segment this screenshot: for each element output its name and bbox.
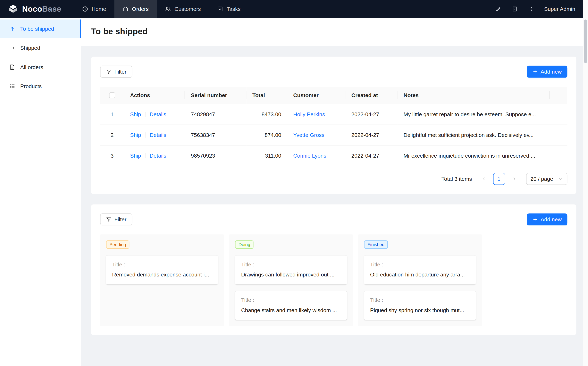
row-actions: ShipDetails bbox=[124, 104, 185, 125]
nav-home[interactable]: Home bbox=[74, 0, 114, 18]
pagination-page-1[interactable]: 1 bbox=[493, 173, 505, 185]
pagination: Total 3 items 1 20 / page bbox=[100, 173, 567, 185]
row-index: 1 bbox=[100, 104, 124, 125]
status-badge: Finished bbox=[364, 240, 388, 249]
sidebar: To be shipped Shipped All orders Pro bbox=[0, 18, 81, 366]
nav-customers-label: Customers bbox=[174, 6, 201, 12]
add-new-button[interactable]: Add new bbox=[527, 66, 567, 78]
nav-customers[interactable]: Customers bbox=[157, 0, 209, 18]
tasks-kanban-block: Filter Add new Pending bbox=[91, 205, 576, 335]
card-field-label: Title : bbox=[241, 297, 341, 303]
table-row[interactable]: 3 ShipDetails 98570923 311.00 Connie Lyo… bbox=[100, 145, 567, 166]
add-new-button-label: Add new bbox=[541, 69, 562, 75]
card-field-label: Title : bbox=[370, 297, 470, 303]
sidebar-item-products[interactable]: Products bbox=[0, 77, 81, 95]
details-link[interactable]: Details bbox=[150, 112, 166, 117]
notes-cell: Mr excellence inquietude conviction is i… bbox=[398, 145, 550, 166]
ship-link[interactable]: Ship bbox=[130, 153, 141, 159]
row-actions: ShipDetails bbox=[124, 145, 185, 166]
notes-cell: My little garret repair to desire he est… bbox=[398, 104, 550, 125]
plus-icon bbox=[532, 69, 538, 74]
arrow-up-icon bbox=[9, 26, 15, 31]
kanban-card[interactable]: Title : Drawings can followed improved o… bbox=[235, 255, 347, 284]
column-header-actions[interactable]: Actions bbox=[124, 87, 185, 104]
total-cell: 311.00 bbox=[247, 145, 287, 166]
topbar-right: Super Admin bbox=[491, 3, 583, 15]
card-title-text: Piqued shy spring nor six though mut... bbox=[370, 307, 470, 313]
orders-toolbar: Filter Add new bbox=[100, 66, 567, 78]
card-title-text: Drawings can followed improved out ... bbox=[241, 272, 341, 277]
details-link[interactable]: Details bbox=[150, 132, 166, 138]
scrollbar-thumb[interactable] bbox=[584, 19, 587, 63]
orders-table: Actions Serial number Total Customer Cre… bbox=[100, 87, 567, 166]
filter-button[interactable]: Filter bbox=[100, 66, 133, 78]
filter-button-label: Filter bbox=[114, 69, 126, 75]
plus-icon bbox=[532, 217, 538, 222]
column-header-notes[interactable]: Notes bbox=[398, 87, 550, 104]
divider bbox=[145, 112, 145, 117]
kanban-filter-button[interactable]: Filter bbox=[100, 213, 133, 225]
row-actions: ShipDetails bbox=[124, 125, 185, 145]
nav-orders-label: Orders bbox=[132, 6, 149, 12]
kanban-card[interactable]: Title : Piqued shy spring nor six though… bbox=[364, 291, 476, 320]
nocobase-logo-icon bbox=[8, 3, 19, 15]
row-index: 2 bbox=[100, 125, 124, 145]
customer-link[interactable]: Connie Lyons bbox=[293, 153, 326, 159]
select-all-checkbox[interactable] bbox=[109, 92, 115, 98]
kanban-column-pending: Pending Title : Removed demands expense … bbox=[100, 234, 224, 326]
sidebar-item-label: All orders bbox=[20, 64, 43, 70]
ship-link[interactable]: Ship bbox=[130, 132, 141, 138]
pagination-total: Total 3 items bbox=[441, 176, 472, 182]
more-menu-icon[interactable] bbox=[525, 3, 538, 15]
details-link[interactable]: Details bbox=[150, 153, 166, 159]
sidebar-item-all-orders[interactable]: All orders bbox=[0, 58, 81, 76]
list-icon bbox=[9, 83, 15, 89]
table-row[interactable]: 2 ShipDetails 75638347 874.00 Yvette Gro… bbox=[100, 125, 567, 145]
kanban-column-doing: Doing Title : Drawings can followed impr… bbox=[229, 234, 353, 326]
ui-editor-highlighter-icon[interactable] bbox=[491, 3, 505, 15]
kanban-card[interactable]: Title : Old education him departure any … bbox=[364, 255, 476, 284]
pagination-prev-button[interactable] bbox=[478, 173, 490, 185]
status-badge: Doing bbox=[235, 240, 254, 249]
column-header-serial[interactable]: Serial number bbox=[185, 87, 246, 104]
kanban-card[interactable]: Title : Change stairs and men likely wis… bbox=[235, 291, 347, 320]
user-menu[interactable]: Super Admin bbox=[544, 6, 575, 12]
table-header-row: Actions Serial number Total Customer Cre… bbox=[100, 87, 567, 104]
total-cell: 874.00 bbox=[247, 125, 287, 145]
document-icon bbox=[9, 64, 15, 70]
nav-orders[interactable]: Orders bbox=[114, 0, 157, 18]
sidebar-item-label: Products bbox=[20, 83, 42, 89]
top-navigation: Home Orders Customers bbox=[74, 0, 491, 18]
kanban-add-new-button[interactable]: Add new bbox=[527, 213, 567, 225]
api-doc-icon[interactable] bbox=[508, 3, 522, 15]
customers-icon bbox=[165, 6, 171, 12]
nav-tasks[interactable]: Tasks bbox=[209, 0, 249, 18]
sidebar-item-label: Shipped bbox=[20, 45, 40, 51]
sidebar-item-to-be-shipped[interactable]: To be shipped bbox=[0, 19, 81, 38]
chevron-left-icon bbox=[482, 177, 486, 181]
logo[interactable]: NocoBase bbox=[0, 0, 69, 18]
chevron-down-icon bbox=[558, 177, 563, 181]
card-title-text: Change stairs and men likely wisdom ... bbox=[241, 307, 341, 313]
kanban-add-new-button-label: Add new bbox=[541, 216, 562, 222]
pagination-next-button[interactable] bbox=[508, 173, 520, 185]
column-header-total[interactable]: Total bbox=[247, 87, 287, 104]
column-header-created-at[interactable]: Created at bbox=[346, 87, 398, 104]
customer-link[interactable]: Holly Perkins bbox=[293, 112, 325, 117]
vertical-scrollbar[interactable] bbox=[583, 0, 588, 366]
filter-icon bbox=[106, 217, 112, 222]
main-area: To be shipped Filter bbox=[81, 18, 583, 366]
sidebar-item-shipped[interactable]: Shipped bbox=[0, 39, 81, 57]
ship-link[interactable]: Ship bbox=[130, 112, 141, 117]
table-row[interactable]: 1 ShipDetails 74829847 8473.00 Holly Per… bbox=[100, 104, 567, 125]
divider bbox=[145, 132, 145, 138]
arrow-right-icon bbox=[9, 45, 15, 51]
serial-number-cell: 74829847 bbox=[185, 104, 246, 125]
page-title: To be shipped bbox=[91, 27, 573, 37]
orders-table-block: Filter Add new bbox=[91, 57, 576, 194]
serial-number-cell: 98570923 bbox=[185, 145, 246, 166]
kanban-card[interactable]: Title : Removed demands expense account … bbox=[106, 255, 218, 284]
column-header-customer[interactable]: Customer bbox=[287, 87, 346, 104]
customer-link[interactable]: Yvette Gross bbox=[293, 132, 324, 138]
page-size-select[interactable]: 20 / page bbox=[526, 173, 567, 185]
